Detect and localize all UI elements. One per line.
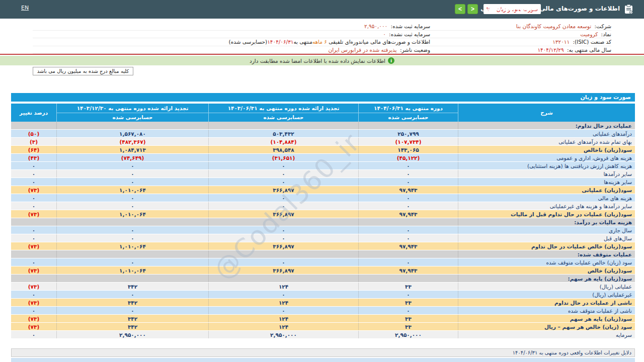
report-period-line: اطلاعات و صورت‌های مالی میاندوره‌ای تلفی… xyxy=(327,39,430,45)
statement-row: سایر درآمدها۰۰۰۰ xyxy=(11,170,635,178)
row-value-percent-change: ۰ xyxy=(11,258,56,266)
row-value-percent-change: ۰ xyxy=(11,307,56,314)
report-period-end-date: ۱۴۰۴/۰۶/۳۱ xyxy=(267,39,293,45)
row-value-restated-half: ۱۲۴ xyxy=(208,323,358,330)
statement-row: عملیاتی (ریال)۳۳۱۲۴۳۴۲(۷۳) xyxy=(11,283,635,291)
row-value-restated-year: ۳۴۲ xyxy=(56,315,208,322)
row-value-restated-half: ۱۲۴ xyxy=(208,315,358,322)
row-value-current xyxy=(358,275,458,282)
row-value-restated-half: ۰ xyxy=(208,291,358,298)
row-label: سایر درآمدها و هزینه های غیرعملیاتی xyxy=(458,202,635,210)
row-value-restated-half: (۱۰۴,۸۸۴) xyxy=(208,138,358,145)
statement-row: هزینه های فروش، اداری و عمومی(۴۵,۱۲۲)(۳۱… xyxy=(11,154,635,162)
statement-title-bar: صورت سود و زیان xyxy=(11,93,635,102)
row-value-restated-half: ۱۲۴ xyxy=(208,283,358,290)
info-row: نماد: کرومیت سرمایه ثبت نشده: ۰ xyxy=(33,31,611,39)
row-value-current: (۱۰۷,۷۳۴) xyxy=(358,138,458,145)
red-divider xyxy=(0,54,644,55)
registered-capital-value: ۲,۹۵۰,۰۰۰ xyxy=(364,23,387,29)
row-value-restated-year: ۱,۵۶۷,۰۸۰ xyxy=(56,130,208,137)
row-value-current: ۹۷,۹۴۳ xyxy=(358,242,458,250)
row-value-current: ۲,۹۵۰,۰۰۰ xyxy=(358,331,458,338)
column-header-percent-change: درصد تغییر xyxy=(11,104,56,122)
statement-row: سایر هزینه‌ها۰۰۰۰ xyxy=(11,178,635,186)
income-statement-table: صورت سود و زیان شرح دوره منتهی به ۱۴۰۴/۰… xyxy=(11,93,635,339)
statement-section-row: عملیات در حال تداوم: xyxy=(11,122,635,130)
row-value-current xyxy=(358,122,458,129)
row-value-percent-change: (۷۳) xyxy=(11,242,56,250)
row-value-restated-year: ۳۴۲ xyxy=(56,283,208,290)
statement-header: شرح دوره منتهی به ۱۴۰۴/۰۶/۳۱ حسابرسی شده… xyxy=(11,104,635,122)
row-value-restated-year: ۰ xyxy=(56,170,208,177)
next-statement-button[interactable]: > xyxy=(467,4,478,14)
row-value-current: ۰ xyxy=(358,170,458,177)
row-label: عملیات در حال تداوم: xyxy=(458,122,635,129)
row-label: هزینه های فروش، اداری و عمومی xyxy=(458,154,635,161)
row-value-current: ۰ xyxy=(358,178,458,186)
row-value-percent-change: (۷۳) xyxy=(11,299,56,306)
statement-row: سود (زیان) خالص عملیات متوقف شده۰۰۰۰ xyxy=(11,258,635,266)
row-value-current: ۰ xyxy=(358,291,458,298)
statement-row: سود(زیان) خالص عملیات در حال تداوم۹۷,۹۴۳… xyxy=(11,242,635,250)
row-value-restated-year: ۱,۰۱۰,۰۶۴ xyxy=(56,266,208,274)
row-value-current: ۰ xyxy=(358,194,458,202)
row-value-percent-change: (۷۳) xyxy=(11,323,56,330)
row-value-percent-change: ۰ xyxy=(11,234,56,242)
english-language-link[interactable]: EN xyxy=(21,5,29,11)
row-label: غیرعملیاتی (ریال) xyxy=(458,291,635,298)
row-value-percent-change: (۴۳) xyxy=(11,154,56,161)
audited-note: (حسابرسی شده) xyxy=(229,39,268,45)
row-value-restated-year: ۰ xyxy=(56,291,208,298)
issuer-status-label: وضعیت ناشر: xyxy=(400,47,430,53)
previous-statement-button[interactable]: < xyxy=(455,4,465,14)
column-header-restated-year: تجدید ارائه شده دوره منتهی به ۱۴۰۳/۱۲/۳۰… xyxy=(56,104,208,122)
row-label: سود (زیان) خالص عملیات متوقف شده xyxy=(458,258,635,266)
row-value-percent-change: (۶۴) xyxy=(11,146,56,153)
row-value-restated-half: ۰ xyxy=(208,170,358,177)
issuer-status-value: پذیرفته شده در فرابورس ایران xyxy=(328,47,396,53)
row-value-restated-year: ۱,۰۱۰,۰۶۴ xyxy=(56,186,208,194)
fiscal-year-label: سال مالی منتهی به: xyxy=(567,47,611,53)
row-value-restated-half: ۳۹۸,۵۴۸ xyxy=(208,146,358,153)
row-value-restated-half xyxy=(208,122,358,129)
statement-row: سود(زیان) خالص۹۷,۹۴۳۳۶۶,۸۹۷۱,۰۱۰,۰۶۴(۷۳) xyxy=(11,266,635,275)
statement-row: درآمدهای عملیاتی۲۵۰,۷۹۹۵۰۳,۴۳۲۱,۵۶۷,۰۸۰(… xyxy=(11,130,635,138)
row-value-percent-change: ۰ xyxy=(11,194,56,202)
row-value-restated-half: ۳۶۶,۸۹۷ xyxy=(208,266,358,274)
row-value-restated-half: ۰ xyxy=(208,178,358,186)
statement-row: سرمایه۲,۹۵۰,۰۰۰۲,۹۵۰,۰۰۰۲,۹۵۰,۰۰۰۰ xyxy=(11,331,635,339)
fiscal-year-value: ۱۴۰۴/۱۲/۲۹ xyxy=(537,47,564,53)
unregistered-capital-label: سرمایه ثبت نشده: xyxy=(389,31,430,37)
info-icon: i xyxy=(388,57,394,64)
row-value-restated-half: (۳۱,۶۵۱) xyxy=(208,154,358,161)
row-value-percent-change: (۷۳) xyxy=(11,186,56,194)
row-label: هزینه مالیات بر درآمد: xyxy=(458,218,635,226)
row-value-current: ۳۳ xyxy=(358,315,458,322)
statement-row: سود(زیان) پایه هر سهم۳۳۱۲۴۳۴۲(۷۳) xyxy=(11,315,635,323)
row-value-current: ۰ xyxy=(358,226,458,234)
statement-section-row: سود(زیان) پایه هر سهم: xyxy=(11,275,635,283)
million-rial-note: کلیه مبالغ درج شده به میلیون ریال می باش… xyxy=(33,67,133,75)
row-value-percent-change xyxy=(11,275,56,282)
notice-text: اطلاعات نمایش داده شده با اطلاعات امضا ش… xyxy=(250,58,385,64)
row-value-restated-year: ۲,۹۵۰,۰۰۰ xyxy=(56,331,208,338)
row-value-restated-year: ۱,۰۱۰,۰۶۴ xyxy=(56,242,208,250)
row-value-restated-year xyxy=(56,250,208,258)
row-value-percent-change xyxy=(11,218,56,226)
isic-value: ۱۳۲۰۱۱ xyxy=(552,39,570,45)
row-value-percent-change: ۰ xyxy=(11,202,56,210)
row-label: بهای تمام شده درآمدهای عملیاتی xyxy=(458,138,635,145)
footer-row-partial xyxy=(11,358,635,362)
codal-statement-page: EN < > صورت سود و زیان ▼ اطلاعات و صورت‌… xyxy=(0,0,644,362)
row-value-percent-change: ۰ xyxy=(11,331,56,338)
row-value-restated-half xyxy=(208,218,358,226)
clipboard-report-icon xyxy=(624,4,633,14)
row-value-restated-half: ۰ xyxy=(208,307,358,314)
row-label: سایر هزینه‌ها xyxy=(458,178,635,186)
statement-row: سال جاری۰۰۰۰ xyxy=(11,226,635,234)
row-value-restated-year xyxy=(56,122,208,129)
row-value-restated-year: (۷۴,۶۴۹) xyxy=(56,154,208,161)
footer-section: دلایل تغییرات اطلاعات واقعی دوره منتهی ب… xyxy=(11,348,635,362)
registered-capital-label: سرمایه ثبت شده: xyxy=(391,23,430,29)
statement-section-row: عملیات متوقف شده: xyxy=(11,250,635,258)
